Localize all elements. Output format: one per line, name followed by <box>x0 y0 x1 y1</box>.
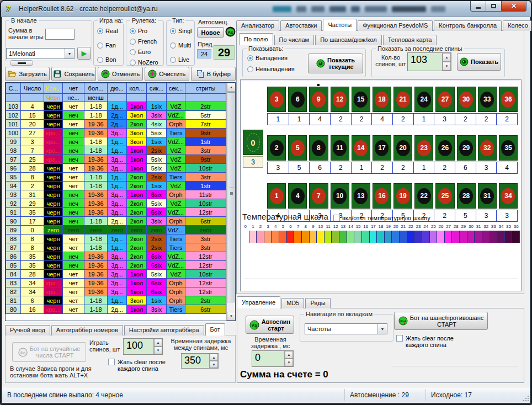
temperature-toggle-checkbox[interactable] <box>333 215 340 221</box>
toolbar-button-3[interactable]: Очистить <box>145 67 189 81</box>
column-header[interactable]: чет <box>63 83 84 94</box>
show-current-button[interactable]: Показать текущие <box>308 54 363 73</box>
step-down-icon[interactable]: ▼ <box>443 62 451 71</box>
column-header[interactable]: сек... <box>167 83 185 94</box>
profile-combobox[interactable]: 1Melonati ▼ <box>6 48 75 59</box>
tab-main-3[interactable]: Функционал PsevdoMS <box>358 20 433 31</box>
step-down-icon[interactable]: ▼ <box>154 347 162 354</box>
radio-Рулетка-0[interactable]: Pro <box>130 28 147 34</box>
autoshift-icon[interactable]: As <box>225 26 236 37</box>
start-sum-input[interactable] <box>45 29 75 40</box>
tab-main-5[interactable]: Колесо <box>503 20 532 31</box>
column-header[interactable]: Черн <box>44 94 63 102</box>
tab-control-2[interactable]: Ряды <box>305 298 330 308</box>
spins-count-stepper[interactable]: 100 ▲▼ <box>123 338 163 355</box>
tab-main-0[interactable]: Анализатор <box>236 20 279 31</box>
spins-count-value[interactable]: 100 <box>124 339 153 354</box>
column-header[interactable]: дю... <box>108 83 127 94</box>
temp-label: 22 <box>407 224 415 229</box>
tab-frequency-0[interactable]: По полю <box>239 33 273 45</box>
scroll-down-icon[interactable]: ▼ <box>227 312 236 321</box>
close-button[interactable]: ✕ <box>501 1 526 12</box>
column-header[interactable] <box>147 94 167 102</box>
table-cell: 9str <box>185 155 226 164</box>
maximize-button[interactable] <box>486 1 501 12</box>
column-header[interactable]: кол... <box>127 83 147 94</box>
title-bar[interactable]: 7 HelperRoullet 8.62 - create helperroul… <box>1 1 531 17</box>
table-cell: 2кол <box>127 235 147 243</box>
clear-after-spin-checkbox[interactable] <box>108 359 115 365</box>
radio-Рулетка-3[interactable]: NoZero <box>130 59 158 66</box>
autospin-start-button[interactable]: AS Автоспин старт <box>246 316 294 334</box>
spin-delay-stepper[interactable]: 350 ▲▼ <box>181 353 219 369</box>
column-header[interactable]: С... <box>6 83 21 94</box>
column-header[interactable] <box>108 94 127 102</box>
radio-Играна-1[interactable]: Fan <box>97 42 116 49</box>
show-button[interactable]: Показать <box>457 53 501 71</box>
toolbar-button-4[interactable]: В буфер <box>191 67 236 81</box>
column-header[interactable]: сик... <box>147 83 167 94</box>
radio-Рулетка-1[interactable]: French <box>130 38 157 45</box>
column-header[interactable]: Число <box>21 83 44 94</box>
tab-main-2[interactable]: Частоты <box>323 19 357 31</box>
tab-navigation-combobox[interactable]: Частоты ▼ <box>305 323 387 334</box>
column-header[interactable]: менш <box>84 94 108 102</box>
step-up-icon[interactable]: ▲ <box>154 339 162 347</box>
radio-show-1[interactable]: Невыпадения <box>247 66 295 72</box>
tab-frequency-2[interactable]: По шансам/дюж/кол <box>315 35 382 45</box>
clear-after-spin-checkbox[interactable] <box>396 335 403 342</box>
collapse-button[interactable] <box>10 60 33 66</box>
scroll-up-icon[interactable]: ▲ <box>227 83 236 92</box>
radio-Играна-0[interactable]: Real <box>97 28 118 34</box>
column-header[interactable] <box>127 94 147 102</box>
tab-input-0[interactable]: Ручной ввод <box>5 325 50 335</box>
spin-delay-value[interactable]: 350 <box>182 354 209 368</box>
radio-Рулетка-2[interactable]: Euro <box>130 49 151 55</box>
column-header[interactable]: стриты <box>185 83 226 94</box>
control-delay-value[interactable]: 0 <box>252 351 284 366</box>
tab-input-3[interactable]: Бот <box>205 323 225 335</box>
radio-show-0[interactable]: Выпадения <box>247 55 288 61</box>
chevron-down-icon[interactable]: ▼ <box>377 324 387 334</box>
toolbar-button-1[interactable]: Сохранить <box>51 67 96 81</box>
tab-input-1[interactable]: Автограббер номеров <box>51 325 123 335</box>
tab-frequency-1[interactable]: По числам <box>274 35 315 45</box>
panel-divider <box>243 279 518 280</box>
control-delay-stepper[interactable]: 0 ▲▼ <box>252 350 294 367</box>
step-up-icon[interactable]: ▲ <box>210 354 218 361</box>
tab-frequency-3[interactable]: Тепловая карта <box>383 35 437 45</box>
column-header[interactable]: бол... <box>84 83 108 94</box>
run-profile-button[interactable]: ▶ <box>77 47 91 60</box>
bot-chance-start-button[interactable]: Bot Бот на шанс/противошанс СТАРТ <box>394 312 488 330</box>
radio-Тип-2[interactable]: Live <box>170 56 189 63</box>
tab-main-1[interactable]: Автоставки <box>280 20 322 31</box>
column-header[interactable]: Кра... <box>44 83 63 94</box>
scrollbar-thumb[interactable] <box>227 92 236 302</box>
column-header[interactable]: не... <box>63 94 84 102</box>
column-header[interactable] <box>185 94 226 102</box>
radio-Играна-2[interactable]: Bon <box>97 56 116 63</box>
table-scrollbar[interactable]: ▲ ▼ <box>226 83 235 321</box>
toolbar-button-0[interactable]: Загрузить <box>5 67 50 81</box>
column-header[interactable] <box>167 94 185 102</box>
step-up-icon[interactable]: ▲ <box>443 53 451 62</box>
last-spins-stepper[interactable]: 103 ▲▼ <box>407 52 451 71</box>
toolbar-button-2[interactable]: Отменить <box>98 67 142 81</box>
step-up-icon[interactable]: ▲ <box>285 351 293 359</box>
tab-control-0[interactable]: Управление <box>237 296 280 308</box>
radio-Тип-0[interactable]: Singl <box>170 28 191 34</box>
last-spins-value[interactable]: 103 <box>408 53 442 71</box>
column-header[interactable] <box>6 94 21 102</box>
minimize-button[interactable] <box>470 1 486 12</box>
chevron-down-icon[interactable]: ▼ <box>65 49 74 58</box>
step-down-icon[interactable]: ▼ <box>285 359 293 366</box>
tab-input-2[interactable]: Настройки автограббера <box>124 325 204 335</box>
radio-Тип-1[interactable]: Multi <box>170 42 191 49</box>
tab-main-4[interactable]: Контроль банкролла <box>434 20 502 31</box>
new-button[interactable]: Новое <box>197 27 224 38</box>
step-down-icon[interactable]: ▼ <box>210 361 218 368</box>
bot-random-start-button[interactable]: Bot Бот на случайные числа СТАРТ <box>12 342 86 362</box>
column-header[interactable] <box>21 94 44 102</box>
tab-control-1[interactable]: MD5 <box>281 298 304 308</box>
resize-grip[interactable] <box>522 395 529 401</box>
